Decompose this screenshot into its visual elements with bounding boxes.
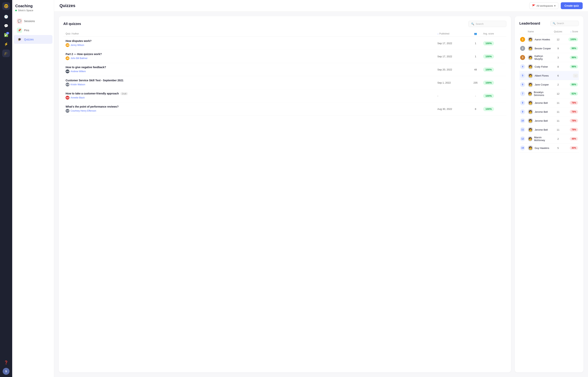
- lb-row[interactable]: 8 🧑 Jerome Bell 11 78%: [519, 98, 579, 107]
- nav-user-avatar[interactable]: S: [3, 368, 10, 375]
- lb-user: 🧑 Jerome Bell: [528, 127, 551, 132]
- sidebar-brand: Coaching Silvio's Space: [12, 4, 54, 15]
- nav-icon-help[interactable]: ❓: [2, 359, 10, 366]
- avg-score-badge: 100%: [483, 67, 494, 72]
- nav-icon-graduation[interactable]: 🎓: [2, 49, 10, 57]
- published-date: Aug 30, 2022: [437, 107, 468, 110]
- lb-quizzes: 2: [551, 83, 565, 86]
- lb-row[interactable]: 12 🧑 Marvin McKinney 2 48%: [519, 134, 579, 143]
- lb-score: 100%: [565, 37, 578, 41]
- author-name: Kristin Watson: [71, 83, 85, 86]
- leaderboard-search[interactable]: 🔍 Search: [550, 21, 579, 26]
- workspace-selector[interactable]: 🚩 All workspaces ▾: [529, 2, 558, 9]
- avg-score-cell: 100%: [483, 107, 504, 111]
- lb-col-header: Name Quizzes ↓ Score: [519, 29, 579, 34]
- lb-avatar: 🧑: [528, 82, 533, 87]
- quiz-name: What's the point of performance reviews?: [66, 105, 437, 108]
- main-area: Quizzes 🚩 All workspaces ▾ Create quiz A…: [54, 0, 588, 377]
- participant-count: 8: [468, 107, 483, 110]
- rank-cell: 6: [520, 82, 528, 87]
- rank-cell: 1: [520, 37, 528, 42]
- nav-icon-clock[interactable]: 🕐: [2, 13, 10, 21]
- lb-row[interactable]: 7 🧑 Brooklyn Simmons 12 82%: [519, 89, 579, 98]
- rank-cell: 5: [520, 73, 528, 78]
- quiz-name: How disputes work?: [66, 39, 437, 42]
- create-quiz-button[interactable]: Create quiz: [561, 2, 583, 9]
- rank-cell: 10: [520, 118, 528, 123]
- score-pill: 100%: [568, 37, 578, 41]
- lb-score: 78%: [565, 119, 578, 123]
- quizzes-table-body: How disputes work? JW Jenny Wilson Sep 1…: [63, 37, 506, 368]
- table-row[interactable]: What's the point of performance reviews?…: [63, 102, 506, 116]
- score-pill: 78%: [570, 101, 578, 105]
- lb-row[interactable]: 1 🧑 Aaron Howles 12 100%: [519, 35, 579, 44]
- lb-avatar: 🧑: [528, 46, 533, 51]
- nav-icon-lightning[interactable]: ⚡: [2, 40, 10, 48]
- lb-row[interactable]: 3 🧑 Kathryn Murphy 3 96%: [519, 53, 579, 62]
- participant-count: 235: [468, 81, 483, 84]
- table-row[interactable]: Part 2 — How quizzes work? JB John Bill …: [63, 50, 506, 63]
- lb-score: 98%: [565, 47, 578, 50]
- sidebar-item-pins[interactable]: 📌 Pins: [14, 26, 52, 35]
- nav-icon-tasks[interactable]: ✅ 8: [2, 31, 10, 39]
- lb-quizzes: 12: [551, 38, 565, 41]
- nav-icon-chat[interactable]: 💬: [2, 22, 10, 30]
- space-status-dot: [15, 10, 17, 11]
- lb-user: 🧑 Jane Cooper: [528, 82, 551, 87]
- published-date: Sep 17, 2022: [437, 42, 468, 45]
- sidebar-item-sessions[interactable]: 💬 Sessions: [14, 17, 52, 25]
- rank-badge: 12: [520, 136, 525, 141]
- col-participants: 👥: [468, 32, 483, 35]
- lb-user: 🧑 Aaron Howles: [528, 37, 551, 42]
- lb-score: 40%: [565, 146, 578, 150]
- rank-cell: 8: [520, 100, 528, 105]
- author-name: John Bill Ballmer: [71, 57, 88, 59]
- lb-row[interactable]: 9 🧑 Jerome Bell 11 78%: [519, 107, 579, 116]
- rank-cell: 7: [520, 91, 528, 96]
- published-date: Sep 17, 2022: [437, 55, 468, 58]
- lb-row[interactable]: 19 🧑 Guy Hawkins 5 40%: [519, 143, 579, 153]
- rank-badge: 7: [520, 91, 525, 96]
- lb-row[interactable]: 5 🧑 Albert Flores 6 ···: [519, 71, 579, 80]
- author-name: Jenny Wilson: [71, 44, 84, 47]
- rank-badge: 5: [520, 73, 525, 78]
- table-row[interactable]: Customer Service Skill Test - September …: [63, 76, 506, 89]
- table-row[interactable]: How to give negative feedback? AW Andrew…: [63, 63, 506, 76]
- content-area: All quizzes 🔍 Search Quiz / Author ↓Publ…: [54, 12, 588, 377]
- nav-bar: 🤓 🕐 💬 ✅ 8 ⚡ 🎓 ❓ S: [0, 0, 12, 377]
- app-logo[interactable]: 🤓: [2, 2, 10, 10]
- rank-badge: 4: [520, 64, 525, 69]
- quizzes-panel-title: All quizzes: [63, 22, 81, 26]
- lb-user: 🧑 Cody Fisher: [528, 64, 551, 69]
- lb-search-icon: 🔍: [553, 22, 556, 25]
- space-name: Silvio's Space: [18, 9, 33, 12]
- quiz-cell: Customer Service Skill Test - September …: [66, 79, 437, 86]
- quiz-author: CH Courtney Henry Effenson: [66, 109, 437, 113]
- sidebar-nav: 💬 Sessions 📌 Pins 🎓 Quizzes: [12, 15, 54, 46]
- sidebar-item-quizzes[interactable]: 🎓 Quizzes: [14, 35, 52, 44]
- lb-row[interactable]: 6 🧑 Jane Cooper 2 86%: [519, 80, 579, 89]
- lb-score: 96%: [565, 65, 578, 69]
- quizzes-search[interactable]: 🔍 Search: [468, 21, 506, 27]
- more-options-button[interactable]: ···: [573, 74, 578, 78]
- col-avg-score: Avg. score: [483, 32, 504, 35]
- lb-score: 78%: [565, 101, 578, 105]
- quizzes-label: Quizzes: [24, 38, 34, 41]
- quiz-cell: How to take a customer-friendly approach…: [66, 92, 437, 100]
- lb-row[interactable]: 4 🧑 Cody Fisher 8 96%: [519, 62, 579, 71]
- table-row[interactable]: How to take a customer-friendly approach…: [63, 89, 506, 102]
- draft-badge: Draft: [120, 92, 128, 95]
- lb-col-rank: [520, 30, 528, 33]
- lb-name: Jerome Bell: [535, 110, 548, 113]
- rank-badge: 6: [520, 82, 525, 87]
- table-row[interactable]: How disputes work? JW Jenny Wilson Sep 1…: [63, 37, 506, 50]
- lb-row[interactable]: 2 🧑 Bessie Cooper 9 98%: [519, 44, 579, 53]
- avg-score-cell: 100%: [483, 54, 504, 59]
- rank-badge: 9: [520, 109, 525, 114]
- lb-score: 78%: [565, 128, 578, 131]
- score-pill: 98%: [570, 47, 578, 50]
- lb-row[interactable]: 10 🧑 Jerome Bell 11 78%: [519, 116, 579, 125]
- lb-user: 🧑 Kathryn Murphy: [528, 55, 551, 60]
- lb-row[interactable]: 11 🧑 Jerome Bell 11 78%: [519, 125, 579, 134]
- rank-badge: 11: [520, 127, 525, 132]
